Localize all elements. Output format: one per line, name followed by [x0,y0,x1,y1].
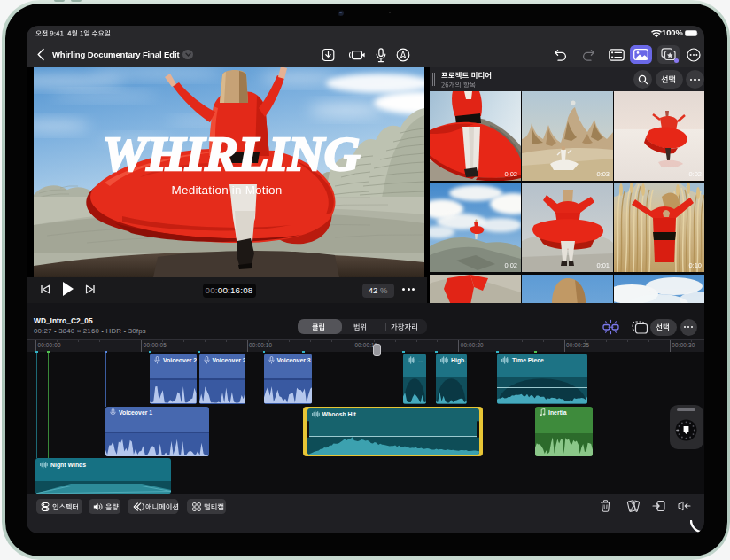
svg-text:Meditation in Motion: Meditation in Motion [172,183,283,197]
svg-text:0:02: 0:02 [688,170,702,178]
svg-text:0:02: 0:02 [504,261,517,269]
svg-text:0:01: 0:01 [596,261,610,269]
svg-text:0:10: 0:10 [688,261,702,269]
svg-text:0:02: 0:02 [504,170,517,178]
svg-text:WHIRLING: WHIRLING [103,127,361,181]
svg-text:0:03: 0:03 [596,170,610,178]
